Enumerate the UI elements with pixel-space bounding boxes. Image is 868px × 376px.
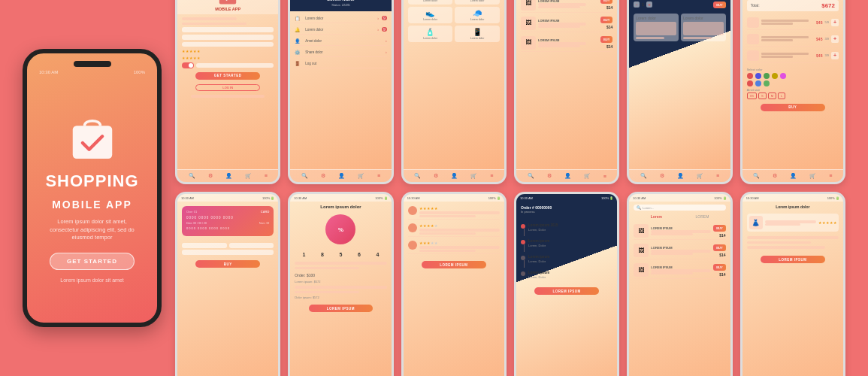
- s3-nav-search[interactable]: 🔍: [414, 173, 421, 179]
- s5-related-1[interactable]: Lorem dolor: [634, 14, 679, 41]
- s2-nav-cart[interactable]: 🛒: [358, 173, 364, 179]
- s6-add-1[interactable]: +: [831, 19, 839, 26]
- s2-nav-search[interactable]: 🔍: [301, 173, 308, 179]
- s6-swatch-2-1[interactable]: [747, 80, 753, 86]
- s2-row-share[interactable]: ⚙️ Share dolor ›: [295, 48, 386, 57]
- s11-buy-btn-2[interactable]: BUY: [713, 244, 725, 251]
- s6-swatch-green[interactable]: [764, 73, 770, 79]
- s6-swatch-red[interactable]: [747, 73, 753, 79]
- s6-swatch-2-3[interactable]: [764, 80, 770, 86]
- s6-nav-menu[interactable]: ≡: [829, 173, 832, 178]
- s4-nav-settings[interactable]: ⚙: [547, 173, 552, 179]
- s5-minus-btn[interactable]: -: [634, 2, 640, 8]
- s6-buy-btn[interactable]: BUY: [761, 104, 825, 111]
- get-started-button[interactable]: GET STARTED: [50, 253, 135, 270]
- s3-product-4[interactable]: 🧢 Lorem dolor: [455, 7, 500, 23]
- s10-btn[interactable]: LOREM IPSUM: [534, 287, 599, 295]
- s2-nav-settings[interactable]: ⚙: [321, 173, 325, 179]
- s1-nav-menu[interactable]: ≡: [265, 173, 268, 178]
- s6-nav-profile[interactable]: 👤: [790, 173, 797, 179]
- s2-nav-menu[interactable]: ≡: [377, 173, 380, 178]
- s6-swatch-2-2[interactable]: [755, 80, 761, 86]
- s4-buy-btn-2[interactable]: BUY: [600, 17, 612, 23]
- s11-buy-btn-1[interactable]: BUY: [713, 225, 725, 232]
- s3-nav-menu[interactable]: ≡: [490, 173, 493, 178]
- s4-item-2[interactable]: 🖼 LOREM IPSUM BUY $14: [521, 15, 612, 32]
- s3-product-1[interactable]: 👗 Lorem dolor: [408, 0, 453, 5]
- s8-btn[interactable]: LOREM IPSUM: [309, 305, 374, 312]
- s1-input-pass[interactable]: [196, 63, 274, 68]
- s11-item-2[interactable]: 🖼 LOREM IPSUM BUY $14: [634, 242, 725, 259]
- s6-add-2[interactable]: +: [831, 35, 839, 43]
- s1-login-btn[interactable]: LOG IN: [195, 84, 260, 91]
- s7-input-1[interactable]: [182, 243, 227, 248]
- s5-nav-profile[interactable]: 👤: [677, 173, 684, 179]
- s7-input-2[interactable]: [229, 243, 274, 248]
- s3-nav-settings[interactable]: ⚙: [434, 173, 438, 179]
- s6-nav-search[interactable]: 🔍: [753, 173, 760, 179]
- s3-product-5[interactable]: 🧴 Lorem dolor: [408, 26, 453, 42]
- s1-input-email[interactable]: [182, 42, 274, 47]
- s1-nav-cart[interactable]: 🛒: [245, 173, 252, 179]
- s2-row-orders[interactable]: 📋 Lorem dolor › 9: [295, 14, 386, 23]
- s3-product-3[interactable]: 👟 Lorem dolor: [408, 7, 453, 23]
- s4-buy-btn-3[interactable]: BUY: [600, 36, 612, 43]
- s6-nav-cart[interactable]: 🛒: [809, 173, 816, 179]
- s6-add-3[interactable]: +: [831, 52, 839, 59]
- s11-filter-1[interactable]: Lorem: [651, 214, 662, 219]
- s7-input-3[interactable]: [182, 250, 274, 255]
- s1-input-number[interactable]: [182, 35, 274, 40]
- s5-nav-cart[interactable]: 🛒: [697, 173, 703, 179]
- s5-plus-btn[interactable]: +: [646, 2, 652, 8]
- s11-buy-btn-3[interactable]: BUY: [713, 264, 725, 271]
- s1-nav-settings[interactable]: ⚙: [208, 173, 213, 179]
- s2-row-profile[interactable]: 👤 Amet dolor ›: [295, 37, 386, 46]
- s5-nav-settings[interactable]: ⚙: [660, 173, 664, 179]
- s6-size-l[interactable]: L: [778, 92, 785, 99]
- s5-nav-menu[interactable]: ≡: [716, 173, 719, 178]
- s12-btn[interactable]: LOREM IPSUM: [761, 256, 825, 263]
- s5-buy-btn[interactable]: BUY: [713, 2, 725, 8]
- s3-nav-cart[interactable]: 🛒: [470, 173, 477, 179]
- s2-row-logout[interactable]: 🚪 Log out: [295, 59, 386, 68]
- s10-sub-2: Lorem, Dolor: [528, 244, 549, 247]
- s1-input-name[interactable]: [182, 27, 274, 32]
- s4-nav-menu[interactable]: ≡: [603, 174, 606, 179]
- s4-item-3[interactable]: 🖼 LOREM IPSUM BUY $14: [521, 35, 612, 52]
- s6-line-2b: [761, 39, 793, 41]
- s4-nav-profile[interactable]: 👤: [564, 173, 571, 179]
- s1-get-started-btn[interactable]: GET STARTED: [195, 72, 260, 80]
- s3-product-2[interactable]: 👔 Lorem dolor: [455, 0, 500, 5]
- s6-size-s[interactable]: S: [758, 92, 767, 99]
- s2-nav-profile[interactable]: 👤: [338, 173, 345, 179]
- s6-size-xs[interactable]: XS: [747, 92, 757, 99]
- s5-nav-search[interactable]: 🔍: [640, 173, 647, 179]
- s4-item-1[interactable]: 🖼 LOREM IPSUM BUY $14: [521, 0, 612, 13]
- s6-swatch-yellow[interactable]: [772, 73, 778, 79]
- s5-related: Lorem dolor Lorem dolor: [634, 14, 725, 41]
- s11-search[interactable]: 🔍 Lorem...: [634, 205, 725, 211]
- s3-nav-profile[interactable]: 👤: [451, 173, 458, 179]
- s4-nav-search[interactable]: 🔍: [528, 173, 534, 179]
- s6-cart-item-2[interactable]: $45 3/9 +: [747, 32, 839, 47]
- s6-cart-item-1[interactable]: $45 5/9 +: [747, 16, 839, 30]
- s6-nav-settings[interactable]: ⚙: [773, 173, 777, 179]
- s3-product-6[interactable]: 📱 Lorem dolor: [455, 26, 500, 42]
- s11-item-3[interactable]: 🖼 LOREM IPSUM BUY $14: [634, 262, 725, 279]
- s6-cart-item-3[interactable]: $45 3/9 +: [747, 49, 839, 63]
- s4-nav-cart[interactable]: 🛒: [584, 173, 591, 179]
- s1-toggle[interactable]: [182, 62, 194, 68]
- s2-row-notifs[interactable]: 🔔 Lorem dolor › 9: [295, 26, 386, 35]
- s6-swatch-purple[interactable]: [780, 73, 786, 79]
- s5-related-2[interactable]: Lorem dolor: [681, 14, 726, 41]
- s1-nav-profile[interactable]: 👤: [225, 173, 232, 179]
- s7-buy-btn[interactable]: BUY: [195, 260, 260, 268]
- s11-item-1[interactable]: 🖼 LOREM IPSUM BUY $14: [634, 223, 725, 240]
- s1-nav-search[interactable]: 🔍: [189, 173, 195, 179]
- s6-size-m[interactable]: M: [768, 92, 776, 99]
- s6-swatch-blue[interactable]: [755, 73, 761, 79]
- s11-filter-2[interactable]: LOREM: [696, 214, 709, 219]
- s4-buy-btn-1[interactable]: BUY: [600, 0, 612, 4]
- s9-btn[interactable]: LOREM IPSUM: [422, 261, 486, 268]
- s5-related-desc-1: [636, 37, 664, 39]
